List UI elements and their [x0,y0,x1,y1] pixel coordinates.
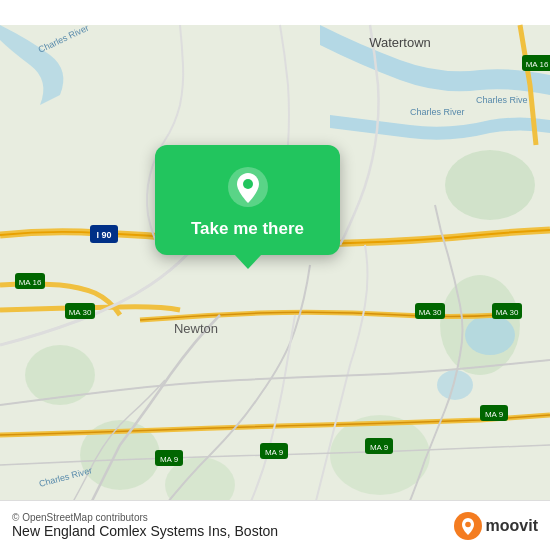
location-pin-icon [226,165,270,209]
svg-text:MA 9: MA 9 [370,443,389,452]
map-container: I 90 MA 30 MA 16 MA 30 MA 30 MA 16 MA 9 … [0,0,550,550]
svg-text:Charles River: Charles River [410,107,465,117]
svg-text:Charles Rive: Charles Rive [476,95,528,105]
svg-point-37 [465,522,471,528]
svg-text:I 90: I 90 [96,230,111,240]
svg-point-36 [243,179,253,189]
map-background: I 90 MA 30 MA 16 MA 30 MA 30 MA 16 MA 9 … [0,0,550,550]
svg-point-8 [437,370,473,400]
svg-text:MA 16: MA 16 [526,60,549,69]
svg-point-7 [465,315,515,355]
take-me-there-label: Take me there [191,219,304,239]
svg-point-1 [445,150,535,220]
svg-text:MA 30: MA 30 [419,308,442,317]
svg-text:MA 16: MA 16 [19,278,42,287]
svg-text:MA 9: MA 9 [160,455,179,464]
svg-text:Newton: Newton [174,321,218,336]
bottom-bar: © OpenStreetMap contributors New England… [0,500,550,550]
moovit-text: moovit [486,517,538,535]
svg-text:MA 9: MA 9 [485,410,504,419]
svg-point-6 [330,415,430,495]
take-me-there-card[interactable]: Take me there [155,145,340,255]
moovit-pin-icon [458,516,478,536]
svg-text:MA 30: MA 30 [69,308,92,317]
moovit-logo: moovit [454,512,538,540]
svg-point-3 [25,345,95,405]
svg-text:MA 9: MA 9 [265,448,284,457]
svg-text:Watertown: Watertown [369,35,431,50]
moovit-logo-icon [454,512,482,540]
svg-text:MA 30: MA 30 [496,308,519,317]
